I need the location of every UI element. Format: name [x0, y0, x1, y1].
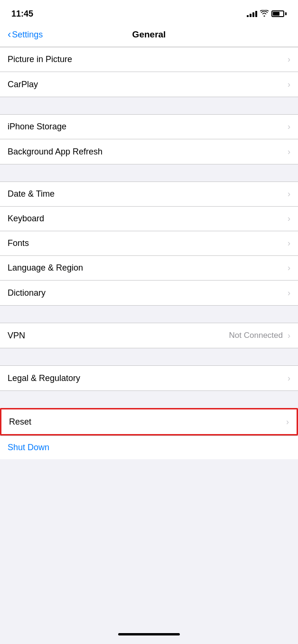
chevron-right-icon: ›	[288, 373, 290, 383]
background-app-refresh-label: Background App Refresh	[8, 140, 286, 163]
back-chevron-icon: ‹	[8, 29, 11, 40]
vpn-row[interactable]: VPN Not Connected ›	[0, 323, 298, 348]
chevron-right-icon: ›	[288, 214, 290, 224]
chevron-right-icon: ›	[288, 263, 290, 273]
chevron-right-icon: ›	[288, 147, 290, 157]
separator-3	[0, 306, 298, 323]
signal-bars-icon	[247, 10, 257, 17]
separator-5	[0, 391, 298, 408]
date-time-row[interactable]: Date & Time ›	[0, 182, 298, 207]
chevron-right-icon: ›	[288, 122, 290, 132]
back-button[interactable]: ‹ Settings	[8, 29, 43, 40]
settings-group-2: iPhone Storage › Background App Refresh …	[0, 114, 298, 164]
keyboard-row[interactable]: Keyboard ›	[0, 207, 298, 231]
shutdown-button[interactable]: Shut Down	[8, 443, 49, 453]
picture-in-picture-label: Picture in Picture	[8, 48, 286, 71]
chevron-right-icon: ›	[286, 417, 289, 427]
wifi-icon	[260, 10, 269, 18]
vpn-label: VPN	[8, 324, 229, 347]
dictionary-label: Dictionary	[8, 281, 286, 305]
picture-in-picture-row[interactable]: Picture in Picture ›	[0, 47, 298, 72]
separator-1	[0, 97, 298, 114]
back-label: Settings	[12, 30, 43, 40]
status-bar: 11:45	[0, 0, 298, 25]
carplay-row[interactable]: CarPlay ›	[0, 72, 298, 97]
bottom-area	[0, 459, 298, 644]
keyboard-label: Keyboard	[8, 207, 286, 230]
chevron-right-icon: ›	[288, 238, 290, 248]
fonts-row[interactable]: Fonts ›	[0, 231, 298, 256]
chevron-right-icon: ›	[288, 54, 290, 64]
separator-4	[0, 348, 298, 365]
settings-group-1: Picture in Picture › CarPlay ›	[0, 47, 298, 97]
settings-group-3: Date & Time › Keyboard › Fonts › Languag…	[0, 181, 298, 306]
chevron-right-icon: ›	[288, 288, 290, 298]
navigation-bar: ‹ Settings General	[0, 25, 298, 47]
status-time: 11:45	[11, 9, 33, 19]
iphone-storage-row[interactable]: iPhone Storage ›	[0, 115, 298, 139]
reset-row[interactable]: Reset ›	[1, 409, 297, 434]
settings-group-5: Legal & Regulatory ›	[0, 365, 298, 391]
settings-group-4: VPN Not Connected ›	[0, 323, 298, 348]
chevron-right-icon: ›	[288, 80, 290, 90]
reset-label: Reset	[9, 410, 284, 434]
iphone-storage-label: iPhone Storage	[8, 115, 286, 138]
page-title: General	[132, 29, 166, 40]
date-time-label: Date & Time	[8, 182, 286, 206]
separator-2	[0, 164, 298, 181]
home-indicator	[118, 633, 180, 635]
carplay-label: CarPlay	[8, 73, 286, 96]
shutdown-section: Shut Down	[0, 435, 298, 459]
language-region-row[interactable]: Language & Region ›	[0, 256, 298, 281]
chevron-right-icon: ›	[288, 331, 290, 341]
language-region-label: Language & Region	[8, 256, 286, 280]
legal-regulatory-label: Legal & Regulatory	[8, 367, 286, 390]
status-icons	[247, 10, 287, 18]
vpn-value: Not Connected	[229, 331, 283, 340]
background-app-refresh-row[interactable]: Background App Refresh ›	[0, 139, 298, 164]
dictionary-row[interactable]: Dictionary ›	[0, 281, 298, 305]
legal-regulatory-row[interactable]: Legal & Regulatory ›	[0, 366, 298, 390]
reset-section-highlighted: Reset ›	[0, 408, 298, 435]
battery-icon	[271, 10, 287, 17]
fonts-label: Fonts	[8, 232, 286, 255]
chevron-right-icon: ›	[288, 189, 290, 199]
